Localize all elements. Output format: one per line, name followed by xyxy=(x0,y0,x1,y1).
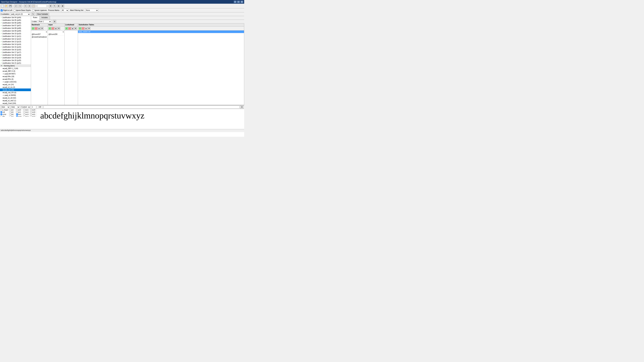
feat-ss29[interactable]: ss29 xyxy=(30,109,36,111)
feat-jo5[interactable]: jo5 xyxy=(9,111,16,113)
bottom-num-input[interactable] xyxy=(31,106,36,109)
tool4-btn[interactable]: ⊠ xyxy=(61,4,64,8)
sub-item-ref[interactable]: padj_vwlżlm ref xyxy=(78,30,244,33)
minimize-btn[interactable]: ─ xyxy=(234,1,236,3)
backtrack-remove-btn[interactable]: − xyxy=(35,27,38,30)
tool2-btn[interactable]: ✎ xyxy=(53,4,56,8)
tree-item-padj-id-ctx[interactable]: ◆ padj_id_ctx (4) xyxy=(0,86,31,88)
paste-btn[interactable]: 📋 xyxy=(32,4,35,8)
sub-down-btn[interactable]: ▼ xyxy=(88,27,90,30)
feat-kern[interactable]: kern xyxy=(16,113,23,115)
feat-comp[interactable]: comp xyxy=(0,113,9,115)
tree-item-js12[interactable]: ✓ Justification Set 12 (js12) xyxy=(0,37,31,40)
tree-item-padj-id[interactable]: AV padj_id (90/90) xyxy=(0,94,31,96)
tree-item-padj-id-cbt2[interactable]: ◆ padj_id_cbt2 (1) xyxy=(0,99,31,102)
tool3-btn[interactable]: ⊞ xyxy=(57,4,60,8)
tree-item-js13[interactable]: ✓ Justification Set 13 (js13) xyxy=(0,40,31,43)
input-remove-btn[interactable]: − xyxy=(52,27,54,30)
tree-item-js05[interactable]: ✓ Justification Set 05 (js05) xyxy=(0,19,31,21)
tree-item-js19[interactable]: ✓ Justification Set 19 (js19) xyxy=(0,56,31,59)
tree-item-sadj-bby[interactable]: ◆ sadj_BBY-3 (3) xyxy=(0,70,31,72)
tree-item-js11[interactable]: ✓ Justification Set 11 (js11) xyxy=(0,35,31,37)
right-to-left-checkbox[interactable] xyxy=(1,9,3,11)
tree-item-padj2[interactable]: AV padj2 (142/142) xyxy=(0,80,31,83)
tree-item-js16[interactable]: ✓ Justification Set 16 (js16) xyxy=(0,48,31,51)
tree-item-sadj-rhv[interactable]: ◆ sadj-RHv (4) xyxy=(0,78,31,80)
feat-jo20[interactable]: jo20 xyxy=(16,109,23,111)
tree-item-sadj-vwl-rx[interactable]: ◆ sadj_vwl_RX (6) xyxy=(0,91,31,94)
lookahead-add-btn[interactable]: + xyxy=(65,27,68,30)
tree-item-js08[interactable]: ✓ Justification Set 08 (js08) xyxy=(0,27,31,29)
feat-ss32[interactable]: ss32 xyxy=(30,115,36,117)
feat-ss12[interactable]: ss12 xyxy=(23,111,30,113)
rules-select[interactable]: Rule 1 xyxy=(38,20,52,23)
tree-item-js06[interactable]: ✓ Justification Set 06 (js06) xyxy=(0,21,31,24)
backtrack-item-vowelmarks[interactable]: @vowelmarksabove xyxy=(31,36,48,38)
feat-ss11[interactable]: ss11 xyxy=(23,109,30,111)
backtrack-item-enum207[interactable]: @Enum207 xyxy=(31,33,48,36)
feat-jshaper[interactable]: j_shaper xyxy=(0,109,9,111)
ignore-ligatures-checkbox[interactable] xyxy=(32,9,34,11)
tree-item-padj-ctx[interactable]: ◆ padj_ctx (14) xyxy=(0,83,31,86)
feat-jo21[interactable]: jo21 xyxy=(16,111,23,113)
tree-item-kern[interactable]: ▼ ✓ Kerning (kern) xyxy=(0,64,31,67)
tab-includes[interactable]: Includes xyxy=(40,16,50,19)
new-btn[interactable]: 📄 xyxy=(1,4,4,8)
tree-item-js21[interactable]: ✓ Justification Set 21 (js21) xyxy=(0,62,31,64)
tree-item-js14[interactable]: ✓ Justification Set 14 (js14) xyxy=(0,43,31,45)
tree-item-padj-id-cbt[interactable]: ◆ padj_id_cbt (62) xyxy=(0,96,31,99)
tool1-btn[interactable]: ⚙ xyxy=(49,4,52,8)
tree-item-js18[interactable]: ✓ Justification Set 18 (js18) xyxy=(0,54,31,56)
cut-btn[interactable]: ✂ xyxy=(24,4,27,8)
tree-item-padj-id-cbt3[interactable]: ◆ padj_id_cbt3 (3) xyxy=(0,105,31,105)
subtable-edit-btn[interactable]: ✎ xyxy=(31,12,35,16)
ignore-ligatures-option[interactable]: Ignore Ligatures xyxy=(32,9,47,11)
maximize-btn[interactable]: □ xyxy=(237,1,240,3)
bottom-size-input[interactable] xyxy=(37,106,43,109)
mark-filtering-select[interactable]: None xyxy=(85,9,98,12)
input-item-enum208[interactable]: @Enum208 xyxy=(48,33,64,36)
input-down-btn[interactable]: ▼ xyxy=(58,27,60,30)
lookahead-down-btn[interactable]: ▼ xyxy=(74,27,77,30)
redo-btn[interactable]: ↪ xyxy=(18,4,22,8)
clear-subtable-btn[interactable]: Clear Subtable xyxy=(36,13,49,16)
feat-ss30[interactable]: ss30 xyxy=(30,111,36,113)
ignore-base-checkbox[interactable] xyxy=(14,9,16,11)
bottom-text-input[interactable]: abcdefghijklmnopqrstuvwxyz xyxy=(44,106,240,109)
lookahead-remove-btn[interactable]: − xyxy=(68,27,71,30)
tree-item-js10[interactable]: ✓ Justification Set 10 (js10) xyxy=(0,32,31,35)
lookahead-up-btn[interactable]: ▲ xyxy=(71,27,74,30)
zoom-input[interactable]: 100% xyxy=(38,4,46,7)
tree-item-padj-xvwl[interactable]: ◆ padj_Xvwl (104) xyxy=(0,102,31,105)
process-marks-select[interactable]: All None xyxy=(61,9,69,12)
subtable-select[interactable]: padj_vwlزlm (2) xyxy=(10,13,30,16)
input-add-btn[interactable]: + xyxy=(48,27,51,30)
copy-btn[interactable]: ⎘ xyxy=(28,4,31,8)
bottom-custom-select[interactable]: Custom xyxy=(20,106,30,109)
tree-item-padj-av[interactable]: AV padj (847/847) xyxy=(0,72,31,75)
tree-item-js09[interactable]: ✓ Justification Set 09 (js09) xyxy=(0,29,31,32)
feat-ss13[interactable]: ss13 xyxy=(23,113,30,115)
sub-add-btn[interactable]: + xyxy=(79,27,81,30)
feat-mark[interactable]: mark xyxy=(16,115,23,117)
sub-remove-btn[interactable]: − xyxy=(82,27,84,30)
tree-item-padj-vwl[interactable]: ◆ padj_vwl (10) xyxy=(0,88,31,91)
bottom-settings-btn[interactable]: ⚙ xyxy=(240,105,244,109)
input-up-btn[interactable]: ▲ xyxy=(54,27,57,30)
backtrack-add-btn[interactable]: + xyxy=(32,27,34,30)
feat-jo6[interactable]: jo6 xyxy=(9,113,16,115)
feat-calt[interactable]: calt xyxy=(0,111,9,113)
feat-jo4[interactable]: jo4 xyxy=(9,109,16,111)
undo-btn[interactable]: ↩ xyxy=(14,4,18,8)
feat-ss31[interactable]: ss31 xyxy=(30,113,36,115)
close-btn[interactable]: ✕ xyxy=(240,1,243,3)
tree-item-js07[interactable]: ✓ Justification Set 07 (js07) xyxy=(0,24,31,27)
ignore-base-option[interactable]: Ignore Base Glyphs xyxy=(14,9,31,11)
bottom-auto2[interactable]: Auto xyxy=(10,106,20,109)
tree-item-js04[interactable]: ✓ Justification Set 04 (js04) xyxy=(0,16,31,19)
sub-up-btn[interactable]: ▲ xyxy=(85,27,88,30)
rules-settings-btn[interactable]: ⚙ xyxy=(53,20,56,23)
tree-item-js15[interactable]: ✓ Justification Set 15 (js15) xyxy=(0,45,31,48)
backtrack-down-btn[interactable]: ▼ xyxy=(41,27,44,30)
open-btn[interactable]: 📂 xyxy=(5,4,8,8)
